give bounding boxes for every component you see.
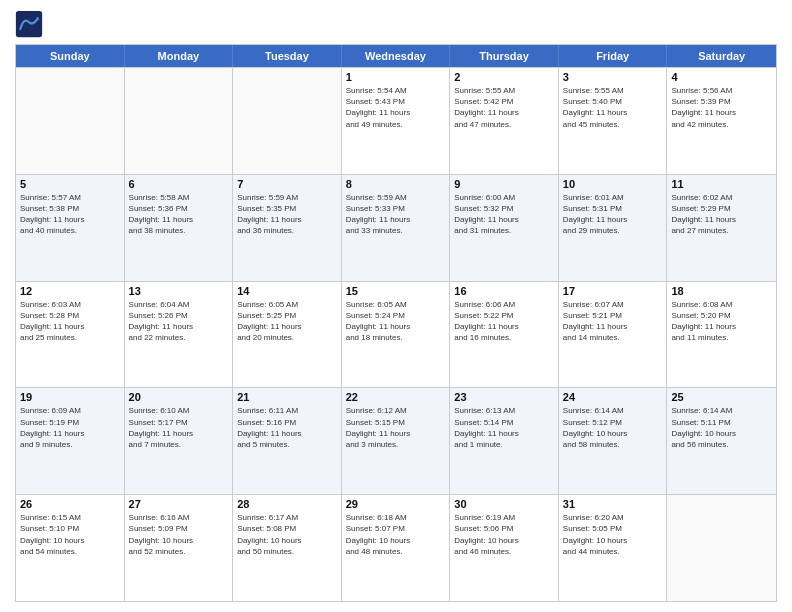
cell-date-number: 26	[20, 498, 120, 510]
calendar-cell: 22Sunrise: 6:12 AM Sunset: 5:15 PM Dayli…	[342, 388, 451, 494]
calendar-cell: 27Sunrise: 6:16 AM Sunset: 5:09 PM Dayli…	[125, 495, 234, 601]
weekday-header: Tuesday	[233, 45, 342, 67]
cell-date-number: 31	[563, 498, 663, 510]
cell-daylight-info: Sunrise: 6:11 AM Sunset: 5:16 PM Dayligh…	[237, 405, 337, 450]
weekday-header: Monday	[125, 45, 234, 67]
calendar-row: 12Sunrise: 6:03 AM Sunset: 5:28 PM Dayli…	[16, 281, 776, 388]
cell-daylight-info: Sunrise: 5:56 AM Sunset: 5:39 PM Dayligh…	[671, 85, 772, 130]
cell-date-number: 17	[563, 285, 663, 297]
cell-date-number: 15	[346, 285, 446, 297]
cell-date-number: 13	[129, 285, 229, 297]
header	[15, 10, 777, 38]
calendar-cell: 23Sunrise: 6:13 AM Sunset: 5:14 PM Dayli…	[450, 388, 559, 494]
calendar-header: SundayMondayTuesdayWednesdayThursdayFrid…	[16, 45, 776, 67]
calendar-row: 19Sunrise: 6:09 AM Sunset: 5:19 PM Dayli…	[16, 387, 776, 494]
cell-daylight-info: Sunrise: 6:18 AM Sunset: 5:07 PM Dayligh…	[346, 512, 446, 557]
calendar-cell	[16, 68, 125, 174]
calendar-cell: 16Sunrise: 6:06 AM Sunset: 5:22 PM Dayli…	[450, 282, 559, 388]
calendar-cell: 30Sunrise: 6:19 AM Sunset: 5:06 PM Dayli…	[450, 495, 559, 601]
cell-daylight-info: Sunrise: 5:55 AM Sunset: 5:42 PM Dayligh…	[454, 85, 554, 130]
calendar-cell: 18Sunrise: 6:08 AM Sunset: 5:20 PM Dayli…	[667, 282, 776, 388]
cell-daylight-info: Sunrise: 6:16 AM Sunset: 5:09 PM Dayligh…	[129, 512, 229, 557]
calendar-cell: 8Sunrise: 5:59 AM Sunset: 5:33 PM Daylig…	[342, 175, 451, 281]
cell-daylight-info: Sunrise: 5:59 AM Sunset: 5:33 PM Dayligh…	[346, 192, 446, 237]
cell-daylight-info: Sunrise: 6:04 AM Sunset: 5:26 PM Dayligh…	[129, 299, 229, 344]
calendar-cell	[667, 495, 776, 601]
calendar-cell	[125, 68, 234, 174]
cell-daylight-info: Sunrise: 6:14 AM Sunset: 5:11 PM Dayligh…	[671, 405, 772, 450]
cell-daylight-info: Sunrise: 5:55 AM Sunset: 5:40 PM Dayligh…	[563, 85, 663, 130]
cell-date-number: 8	[346, 178, 446, 190]
cell-daylight-info: Sunrise: 5:57 AM Sunset: 5:38 PM Dayligh…	[20, 192, 120, 237]
cell-daylight-info: Sunrise: 6:17 AM Sunset: 5:08 PM Dayligh…	[237, 512, 337, 557]
calendar-cell: 12Sunrise: 6:03 AM Sunset: 5:28 PM Dayli…	[16, 282, 125, 388]
calendar-cell: 24Sunrise: 6:14 AM Sunset: 5:12 PM Dayli…	[559, 388, 668, 494]
calendar-cell	[233, 68, 342, 174]
cell-date-number: 19	[20, 391, 120, 403]
cell-date-number: 3	[563, 71, 663, 83]
calendar-cell: 15Sunrise: 6:05 AM Sunset: 5:24 PM Dayli…	[342, 282, 451, 388]
calendar-cell: 6Sunrise: 5:58 AM Sunset: 5:36 PM Daylig…	[125, 175, 234, 281]
svg-rect-0	[16, 11, 42, 37]
cell-daylight-info: Sunrise: 6:15 AM Sunset: 5:10 PM Dayligh…	[20, 512, 120, 557]
calendar-row: 1Sunrise: 5:54 AM Sunset: 5:43 PM Daylig…	[16, 67, 776, 174]
cell-date-number: 25	[671, 391, 772, 403]
cell-date-number: 18	[671, 285, 772, 297]
calendar-cell: 2Sunrise: 5:55 AM Sunset: 5:42 PM Daylig…	[450, 68, 559, 174]
cell-date-number: 30	[454, 498, 554, 510]
cell-daylight-info: Sunrise: 6:09 AM Sunset: 5:19 PM Dayligh…	[20, 405, 120, 450]
cell-daylight-info: Sunrise: 6:13 AM Sunset: 5:14 PM Dayligh…	[454, 405, 554, 450]
cell-daylight-info: Sunrise: 6:00 AM Sunset: 5:32 PM Dayligh…	[454, 192, 554, 237]
calendar-cell: 11Sunrise: 6:02 AM Sunset: 5:29 PM Dayli…	[667, 175, 776, 281]
calendar: SundayMondayTuesdayWednesdayThursdayFrid…	[15, 44, 777, 602]
cell-date-number: 14	[237, 285, 337, 297]
calendar-cell: 26Sunrise: 6:15 AM Sunset: 5:10 PM Dayli…	[16, 495, 125, 601]
cell-daylight-info: Sunrise: 6:10 AM Sunset: 5:17 PM Dayligh…	[129, 405, 229, 450]
calendar-cell: 19Sunrise: 6:09 AM Sunset: 5:19 PM Dayli…	[16, 388, 125, 494]
cell-date-number: 27	[129, 498, 229, 510]
cell-date-number: 29	[346, 498, 446, 510]
logo-icon	[15, 10, 43, 38]
calendar-row: 26Sunrise: 6:15 AM Sunset: 5:10 PM Dayli…	[16, 494, 776, 601]
calendar-cell: 4Sunrise: 5:56 AM Sunset: 5:39 PM Daylig…	[667, 68, 776, 174]
page: SundayMondayTuesdayWednesdayThursdayFrid…	[0, 0, 792, 612]
weekday-header: Wednesday	[342, 45, 451, 67]
cell-daylight-info: Sunrise: 6:14 AM Sunset: 5:12 PM Dayligh…	[563, 405, 663, 450]
cell-daylight-info: Sunrise: 6:03 AM Sunset: 5:28 PM Dayligh…	[20, 299, 120, 344]
cell-daylight-info: Sunrise: 6:05 AM Sunset: 5:25 PM Dayligh…	[237, 299, 337, 344]
weekday-header: Saturday	[667, 45, 776, 67]
cell-daylight-info: Sunrise: 6:02 AM Sunset: 5:29 PM Dayligh…	[671, 192, 772, 237]
cell-daylight-info: Sunrise: 5:59 AM Sunset: 5:35 PM Dayligh…	[237, 192, 337, 237]
cell-date-number: 22	[346, 391, 446, 403]
calendar-cell: 20Sunrise: 6:10 AM Sunset: 5:17 PM Dayli…	[125, 388, 234, 494]
calendar-cell: 31Sunrise: 6:20 AM Sunset: 5:05 PM Dayli…	[559, 495, 668, 601]
logo	[15, 10, 47, 38]
cell-daylight-info: Sunrise: 6:01 AM Sunset: 5:31 PM Dayligh…	[563, 192, 663, 237]
cell-daylight-info: Sunrise: 5:54 AM Sunset: 5:43 PM Dayligh…	[346, 85, 446, 130]
calendar-cell: 10Sunrise: 6:01 AM Sunset: 5:31 PM Dayli…	[559, 175, 668, 281]
cell-date-number: 16	[454, 285, 554, 297]
cell-date-number: 4	[671, 71, 772, 83]
cell-daylight-info: Sunrise: 6:08 AM Sunset: 5:20 PM Dayligh…	[671, 299, 772, 344]
cell-daylight-info: Sunrise: 5:58 AM Sunset: 5:36 PM Dayligh…	[129, 192, 229, 237]
cell-daylight-info: Sunrise: 6:06 AM Sunset: 5:22 PM Dayligh…	[454, 299, 554, 344]
cell-date-number: 20	[129, 391, 229, 403]
cell-daylight-info: Sunrise: 6:05 AM Sunset: 5:24 PM Dayligh…	[346, 299, 446, 344]
calendar-row: 5Sunrise: 5:57 AM Sunset: 5:38 PM Daylig…	[16, 174, 776, 281]
calendar-cell: 17Sunrise: 6:07 AM Sunset: 5:21 PM Dayli…	[559, 282, 668, 388]
calendar-cell: 7Sunrise: 5:59 AM Sunset: 5:35 PM Daylig…	[233, 175, 342, 281]
cell-date-number: 1	[346, 71, 446, 83]
cell-date-number: 7	[237, 178, 337, 190]
cell-date-number: 11	[671, 178, 772, 190]
cell-date-number: 23	[454, 391, 554, 403]
calendar-cell: 14Sunrise: 6:05 AM Sunset: 5:25 PM Dayli…	[233, 282, 342, 388]
cell-date-number: 10	[563, 178, 663, 190]
cell-daylight-info: Sunrise: 6:20 AM Sunset: 5:05 PM Dayligh…	[563, 512, 663, 557]
calendar-cell: 21Sunrise: 6:11 AM Sunset: 5:16 PM Dayli…	[233, 388, 342, 494]
cell-date-number: 6	[129, 178, 229, 190]
calendar-cell: 13Sunrise: 6:04 AM Sunset: 5:26 PM Dayli…	[125, 282, 234, 388]
cell-date-number: 21	[237, 391, 337, 403]
cell-date-number: 24	[563, 391, 663, 403]
cell-date-number: 28	[237, 498, 337, 510]
calendar-cell: 28Sunrise: 6:17 AM Sunset: 5:08 PM Dayli…	[233, 495, 342, 601]
